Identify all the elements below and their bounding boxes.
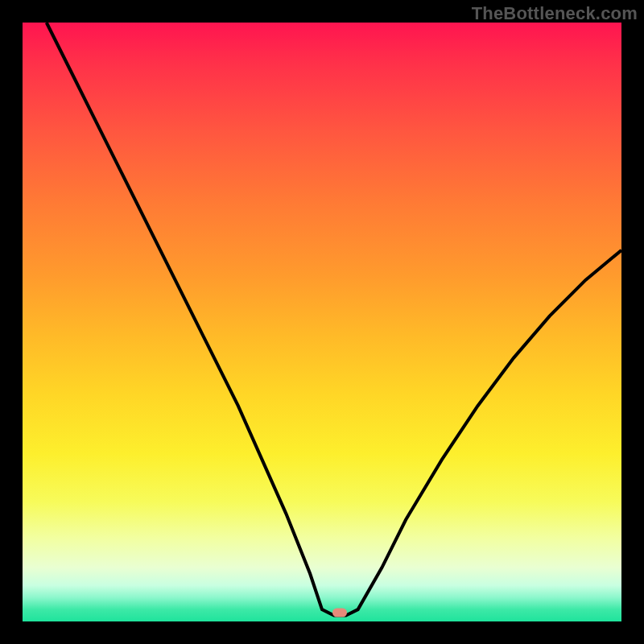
watermark-text: TheBottleneck.com [472,3,638,24]
chart-frame: TheBottleneck.com [0,0,644,644]
optimal-marker [332,608,347,617]
plot-area [23,23,621,621]
bottleneck-curve [23,23,621,621]
curve-path [47,23,621,616]
